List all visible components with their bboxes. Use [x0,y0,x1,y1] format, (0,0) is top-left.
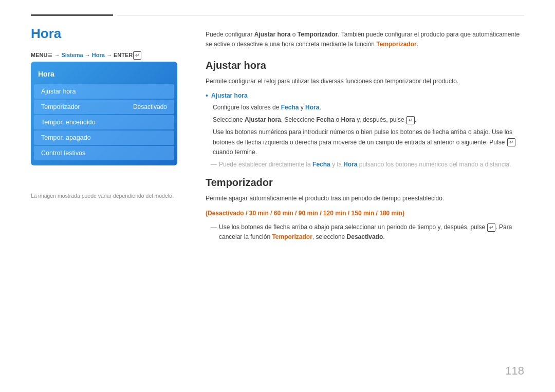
dash-hora: Hora [343,161,357,168]
dash-fecha: Fecha [312,161,330,168]
menu-prefix: MENU [31,52,47,58]
left-panel: Hora Ajustar hora Temporizador Desactiva… [31,62,177,165]
intro-temporizador1: Temporizador [298,31,338,38]
timer-options-text: (Desactivado / 30 min / 60 min / 90 min … [206,210,404,217]
dash-note-1: Puede establecer directamente la Fecha y… [211,160,524,170]
sub3-enter-icon: ↵ [507,138,515,146]
sub3: Use los botones numéricos para introduci… [213,127,524,158]
bullet-ajustar-hora: • Ajustar hora [206,91,524,101]
bullet-label: Ajustar hora [211,91,248,100]
sub2-hora: Hora [341,116,355,123]
menu-arrow3: → [105,52,114,58]
top-bar [31,14,524,16]
panel-item-label-encendido: Tempor. encendido [41,119,96,126]
top-bar-light-line [117,15,524,15]
panel-item-tempor-encendido[interactable]: Tempor. encendido [34,115,174,129]
panel-item-label-festivos: Control festivos [41,150,85,157]
panel-item-control-festivos[interactable]: Control festivos [34,146,174,160]
enter-icon: ↵ [133,51,141,60]
top-bar-dark-line [31,14,113,16]
intro-temporizador2: Temporizador [376,41,416,48]
menu-item1: Sistema [62,52,83,58]
panel-box: Hora Ajustar hora Temporizador Desactiva… [31,62,177,165]
sub1-fecha: Fecha [281,104,299,111]
sub1-hora: Hora [305,104,319,111]
section1-title: Ajustar hora [206,60,524,71]
panel-item-temporizador[interactable]: Temporizador Desactivado [34,100,174,114]
panel-item-value-temp: Desactivado [133,103,167,110]
sub2-ajustar: Ajustar hora [245,116,281,123]
sub2-enter-icon: ↵ [406,116,415,124]
page-title: Hora [31,26,61,42]
panel-title: Hora [31,66,177,83]
menu-path: MENU☰ → Sistema → Hora → ENTER↵ [31,51,141,60]
bullet-dot: • [206,91,208,101]
panel-item-label-temp: Temporizador [41,103,80,110]
timer-desactivado-label: Desactivado [347,233,383,240]
timer-note: Use los botones de flecha arriba o abajo… [211,222,524,242]
page-number: 118 [505,364,524,378]
right-panel: Puede configurar Ajustar hora o Temporiz… [206,30,524,242]
panel-item-label-apagado: Tempor. apagado [41,134,91,141]
menu-arrow1: → [52,52,61,58]
timer-temporizador-label: Temporizador [272,233,312,240]
sub1: Configure los valores de Fecha y Hora. [213,103,524,113]
intro-ajustar-hora: Ajustar hora [254,31,291,38]
panel-item-tempor-apagado[interactable]: Tempor. apagado [34,130,174,145]
menu-item3: ENTER [114,52,133,58]
section2-desc: Permite apagar automáticamente el produc… [206,194,524,203]
timer-options: (Desactivado / 30 min / 60 min / 90 min … [206,208,524,218]
section1-desc: Permite configurar el reloj para utiliza… [206,77,524,86]
menu-arrow2: → [83,52,92,58]
panel-item-label-ajustar: Ajustar hora [41,88,76,95]
sub2-fecha: Fecha [316,116,334,123]
panel-item-ajustar-hora[interactable]: Ajustar hora [34,84,174,99]
intro-text: Puede configurar Ajustar hora o Temporiz… [206,30,524,49]
image-note: La imagen mostrada puede variar dependie… [31,193,174,199]
sub2: Seleccione Ajustar hora. Seleccione Fech… [213,115,524,125]
menu-item2: Hora [92,52,105,58]
menu-icon: ☰ [47,52,52,58]
section2-title: Temporizador [206,177,524,189]
timer-enter-icon: ↵ [487,223,495,232]
